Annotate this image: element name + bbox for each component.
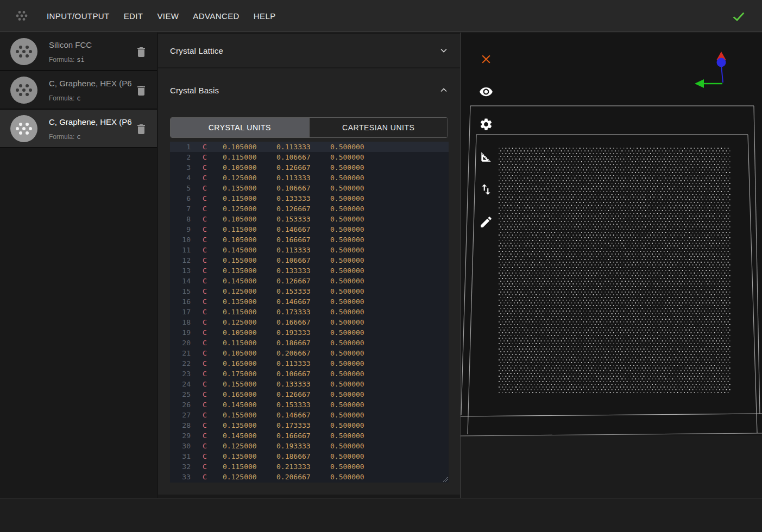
coord-z: 0.500000 [330,193,382,204]
crystal-basis-header[interactable]: Crystal Basis [158,68,460,112]
3d-viewer[interactable] [460,33,762,498]
basis-coordinates-editor[interactable]: 1C0.1050000.1133330.5000002C0.1150000.10… [170,142,449,483]
coord-y: 0.106667 [276,255,330,265]
axes-gizmo[interactable] [695,52,726,88]
gear-icon [479,117,493,131]
coord-y: 0.106667 [276,152,330,162]
coord-x: 0.125000 [223,204,276,214]
element-symbol: C [191,173,223,183]
close-viewer-button[interactable] [479,52,493,66]
element-symbol: C [191,152,223,162]
coord-z: 0.500000 [330,173,382,183]
element-symbol: C [191,369,223,379]
coord-y: 0.133333 [276,193,330,204]
coord-z: 0.500000 [330,265,382,276]
basis-row: 18C0.1250000.1666670.500000 [170,317,449,327]
line-number: 25 [170,389,191,400]
coord-y: 0.126667 [276,389,330,400]
coord-z: 0.500000 [330,183,382,193]
line-number: 6 [170,193,191,204]
coord-x: 0.105000 [223,142,276,152]
basis-row: 1C0.1050000.1133330.500000 [170,142,449,152]
basis-row: 22C0.1650000.1133330.500000 [170,358,449,369]
tab-cartesian-units[interactable]: CARTESIAN UNITS [309,118,448,137]
coord-x: 0.135000 [223,265,276,276]
basis-row: 5C0.1350000.1066670.500000 [170,183,449,193]
coord-z: 0.500000 [330,214,382,224]
confirm-button[interactable] [730,9,747,24]
coord-x: 0.105000 [223,214,276,224]
basis-row: 32C0.1150000.2133330.500000 [170,461,449,472]
material-item-graphene-2-selected[interactable]: C, Graphene, HEX (P6/mmm) Formula:c [0,110,157,148]
delete-material-button[interactable] [135,84,148,98]
basis-row: 26C0.1450000.1533330.500000 [170,400,449,410]
coord-x: 0.155000 [223,410,276,420]
line-number: 19 [170,327,191,338]
line-number: 10 [170,235,191,245]
resize-handle[interactable] [442,476,448,482]
crystal-lattice-header[interactable]: Crystal Lattice [158,34,460,67]
element-symbol: C [191,472,223,482]
line-number: 29 [170,430,191,441]
element-symbol: C [191,245,223,255]
coord-y: 0.153333 [276,286,330,296]
delete-material-button[interactable] [135,122,148,136]
coord-y: 0.166667 [276,317,330,327]
crystal-basis-section: Crystal Basis CRYSTAL UNITS CARTESIAN UN… [158,68,460,495]
menu-advanced[interactable]: ADVANCED [193,11,239,21]
crystal-lattice-section: Crystal Lattice [158,34,460,67]
coord-x: 0.145000 [223,245,276,255]
swap-vertical-button[interactable] [479,182,493,197]
element-symbol: C [191,461,223,472]
coord-x: 0.115000 [223,193,276,204]
element-symbol: C [191,214,223,224]
element-symbol: C [191,235,223,245]
settings-button[interactable] [479,117,493,131]
coord-z: 0.500000 [330,400,382,410]
3d-scene-canvas[interactable] [461,33,762,498]
visibility-button[interactable] [479,85,493,99]
delete-material-button[interactable] [135,45,148,59]
chevron-down-icon [438,45,449,56]
line-number: 12 [170,255,191,265]
line-number: 4 [170,173,191,183]
menu-view[interactable]: VIEW [157,11,179,21]
coord-z: 0.500000 [330,276,382,286]
coord-z: 0.500000 [330,451,382,461]
coord-z: 0.500000 [330,307,382,317]
coord-y: 0.106667 [276,183,330,193]
coord-x: 0.145000 [223,430,276,441]
coord-y: 0.113333 [276,245,330,255]
line-number: 1 [170,142,191,152]
section-title: Crystal Lattice [170,46,223,55]
basis-row: 15C0.1250000.1533330.500000 [170,286,449,296]
line-number: 30 [170,441,191,451]
element-symbol: C [191,142,223,152]
material-item-silicon-fcc[interactable]: Silicon FCC Formula:si [0,33,157,71]
element-symbol: C [191,400,223,410]
line-number: 31 [170,451,191,461]
coord-y: 0.186667 [276,451,330,461]
coord-y: 0.193333 [276,327,330,338]
menu-edit[interactable]: EDIT [124,11,143,21]
coord-z: 0.500000 [330,369,382,379]
tab-crystal-units[interactable]: CRYSTAL UNITS [171,118,309,137]
menu-help[interactable]: HELP [254,11,276,21]
basis-row: 31C0.1350000.1866670.500000 [170,451,449,461]
coord-x: 0.135000 [223,451,276,461]
material-avatar-icon [10,115,37,142]
element-symbol: C [191,379,223,389]
coord-x: 0.105000 [223,162,276,173]
line-number: 2 [170,152,191,162]
material-item-graphene-1[interactable]: C, Graphene, HEX (P6/mmm) Formula:c [0,71,157,110]
element-symbol: C [191,338,223,348]
menu-input-output[interactable]: INPUT/OUTPUT [47,11,110,21]
edit-button[interactable] [479,215,493,229]
measure-button[interactable] [479,150,493,164]
element-symbol: C [191,276,223,286]
coord-x: 0.165000 [223,389,276,400]
line-number: 8 [170,214,191,224]
element-symbol: C [191,255,223,265]
basis-row: 25C0.1650000.1266670.500000 [170,389,449,400]
basis-row: 33C0.1250000.2066670.500000 [170,472,449,482]
